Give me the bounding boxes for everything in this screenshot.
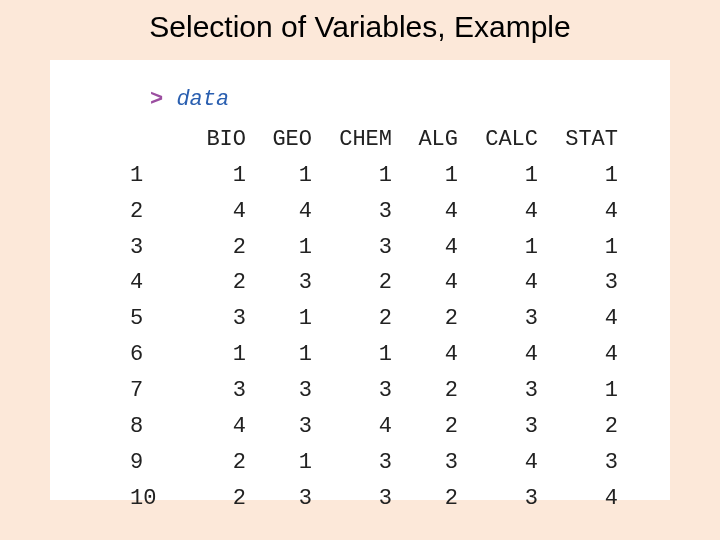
- table-row: 5312234: [130, 301, 618, 337]
- prompt-icon: >: [150, 87, 163, 112]
- header-col: BIO: [170, 122, 246, 158]
- cell: 2: [170, 445, 246, 481]
- cell: 1: [538, 373, 618, 409]
- cell: 3: [246, 373, 312, 409]
- cell: 2: [392, 301, 458, 337]
- table-row: 10233234: [130, 481, 618, 517]
- cell: 4: [538, 194, 618, 230]
- cell: 3: [312, 230, 392, 266]
- row-label: 5: [130, 301, 170, 337]
- row-label: 10: [130, 481, 170, 517]
- cell: 4: [392, 265, 458, 301]
- cell: 2: [312, 265, 392, 301]
- cell: 4: [538, 337, 618, 373]
- cell: 3: [246, 409, 312, 445]
- cell: 1: [312, 158, 392, 194]
- cell: 4: [458, 194, 538, 230]
- cell: 4: [458, 337, 538, 373]
- cell: 1: [246, 230, 312, 266]
- table-row: 3213411: [130, 230, 618, 266]
- cell: 2: [392, 373, 458, 409]
- cell: 1: [246, 301, 312, 337]
- console-command-line: > data: [150, 84, 622, 116]
- cell: 4: [246, 194, 312, 230]
- cell: 4: [538, 481, 618, 517]
- cell: 1: [538, 230, 618, 266]
- command-text: data: [176, 87, 229, 112]
- cell: 3: [170, 301, 246, 337]
- row-label: 3: [130, 230, 170, 266]
- table-row: 4232443: [130, 265, 618, 301]
- cell: 3: [246, 265, 312, 301]
- cell: 3: [458, 409, 538, 445]
- table-header-row: BIO GEO CHEM ALG CALC STAT: [130, 122, 618, 158]
- row-label: 4: [130, 265, 170, 301]
- header-rownum: [130, 122, 170, 158]
- cell: 3: [312, 194, 392, 230]
- row-label: 7: [130, 373, 170, 409]
- cell: 2: [170, 481, 246, 517]
- cell: 3: [458, 301, 538, 337]
- table-row: 8434232: [130, 409, 618, 445]
- cell: 4: [392, 337, 458, 373]
- cell: 1: [538, 158, 618, 194]
- cell: 1: [392, 158, 458, 194]
- console-output: > data BIO GEO CHEM ALG CALC STAT 111111…: [50, 60, 670, 500]
- header-col: CALC: [458, 122, 538, 158]
- table-row: 1111111: [130, 158, 618, 194]
- cell: 1: [312, 337, 392, 373]
- cell: 1: [246, 158, 312, 194]
- table-row: 9213343: [130, 445, 618, 481]
- cell: 4: [312, 409, 392, 445]
- row-label: 6: [130, 337, 170, 373]
- cell: 1: [170, 158, 246, 194]
- cell: 3: [538, 445, 618, 481]
- cell: 1: [170, 337, 246, 373]
- cell: 3: [392, 445, 458, 481]
- cell: 2: [312, 301, 392, 337]
- cell: 3: [458, 373, 538, 409]
- page-title: Selection of Variables, Example: [0, 0, 720, 60]
- cell: 3: [246, 481, 312, 517]
- row-label: 8: [130, 409, 170, 445]
- cell: 2: [170, 265, 246, 301]
- cell: 2: [392, 409, 458, 445]
- cell: 3: [312, 481, 392, 517]
- header-col: STAT: [538, 122, 618, 158]
- cell: 3: [312, 373, 392, 409]
- cell: 1: [458, 158, 538, 194]
- cell: 1: [246, 445, 312, 481]
- cell: 1: [458, 230, 538, 266]
- cell: 3: [170, 373, 246, 409]
- cell: 4: [392, 194, 458, 230]
- cell: 2: [170, 230, 246, 266]
- row-label: 1: [130, 158, 170, 194]
- cell: 3: [538, 265, 618, 301]
- row-label: 2: [130, 194, 170, 230]
- cell: 4: [392, 230, 458, 266]
- table-row: 7333231: [130, 373, 618, 409]
- cell: 4: [458, 265, 538, 301]
- data-table: BIO GEO CHEM ALG CALC STAT 1111111244344…: [130, 122, 618, 517]
- cell: 3: [312, 445, 392, 481]
- cell: 4: [538, 301, 618, 337]
- header-col: CHEM: [312, 122, 392, 158]
- cell: 2: [392, 481, 458, 517]
- cell: 3: [458, 481, 538, 517]
- cell: 1: [246, 337, 312, 373]
- cell: 4: [170, 409, 246, 445]
- header-col: GEO: [246, 122, 312, 158]
- cell: 4: [170, 194, 246, 230]
- header-col: ALG: [392, 122, 458, 158]
- cell: 4: [458, 445, 538, 481]
- table-row: 6111444: [130, 337, 618, 373]
- table-row: 2443444: [130, 194, 618, 230]
- cell: 2: [538, 409, 618, 445]
- row-label: 9: [130, 445, 170, 481]
